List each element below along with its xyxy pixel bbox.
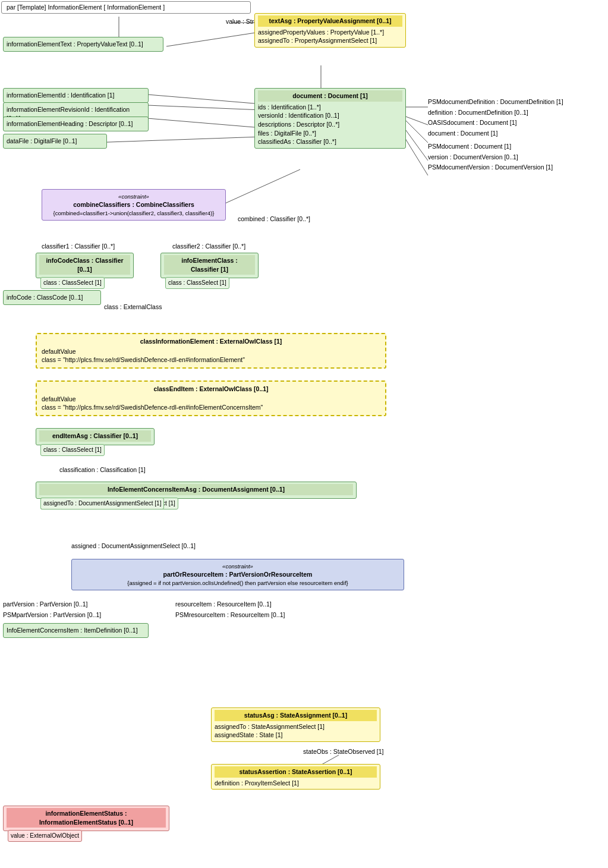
status-assertion-row1: definition : ProxyItemSelect [1] — [215, 779, 377, 788]
info-element-class-box: infoElementClass : Classifier [1] class … — [160, 253, 259, 278]
resource-item-label: resourceItem : ResourceItem [0..1] — [175, 600, 272, 608]
info-element-status-header: informationElementStatus : InformationEl… — [7, 808, 166, 828]
svg-line-7 — [404, 128, 428, 161]
par-label: par [Template] InformationElement [ Info… — [7, 4, 165, 11]
classifier1-label: classifier1 : Classifier [0..*] — [42, 243, 115, 250]
info-code-class-header: infoCodeClass : Classifier [0..1] — [39, 255, 130, 275]
svg-line-5 — [404, 116, 428, 125]
textasg-box: textAsg : PropertyValueAssignment [0..1]… — [254, 13, 406, 48]
combined-classifier-label: combined : Classifier [0..*] — [238, 215, 310, 222]
state-obs-label: stateObs : StateObserved [1] — [303, 748, 383, 755]
version-doc-label: version : DocumentVersion [0..1] — [428, 153, 518, 161]
svg-line-12 — [92, 137, 262, 143]
document-row5: classifiedAs : Classifier [0..*] — [258, 137, 402, 146]
svg-line-1 — [166, 33, 256, 46]
status-asg-row2: assignedState : State [1] — [215, 731, 377, 740]
part-or-resource-constraint: {assigned = if not partVersion.oclIsUnde… — [77, 579, 399, 587]
info-element-status-box: informationElementStatus : InformationEl… — [3, 806, 169, 831]
class-info-element-row1: defaultValue — [42, 347, 380, 356]
class-end-item-row2: class = "http://plcs.fmv.se/rd/SwedishDe… — [42, 403, 380, 412]
document-row1: ids : Identification [1..*] — [258, 103, 402, 112]
end-item-asg-box: endItemAsg : Classifier [0..1] class : C… — [36, 428, 155, 445]
svg-line-6 — [404, 119, 428, 143]
psm-document-label: PSMdocument : Document [1] — [428, 143, 511, 150]
psm-resource-item-label: PSMresourceItem : ResourceItem [0..1] — [175, 611, 285, 618]
info-element-heading-box: informationElementHeading : Descriptor [… — [3, 117, 149, 131]
assigned-label: assigned : DocumentAssignmentSelect [0..… — [71, 542, 196, 549]
classification-label: classification : Classification [1] — [59, 466, 146, 473]
textasg-header: textAsg : PropertyValueAssignment [0..1] — [258, 15, 402, 27]
combine-classifiers-box: «constraint» combineClassifiers : Combin… — [42, 189, 226, 221]
class-end-item-row1: defaultValue — [42, 395, 380, 404]
part-or-resource-item-box: «constraint» partOrResourceItem : PartVe… — [71, 559, 404, 590]
textasg-row1: assignedPropertyValues : PropertyValue [… — [258, 28, 402, 37]
status-asg-box: statusAsg : StateAssignment [0..1] assig… — [211, 707, 380, 742]
info-element-concerns-item-box: InfoElementConcernsItem : ItemDefinition… — [3, 623, 149, 638]
combine-classifiers-constraint: {combined=classifier1->union(classifier2… — [47, 209, 220, 217]
diagram-canvas: par [Template] InformationElement [ Info… — [0, 0, 608, 868]
document-doc-label: document : Document [1] — [428, 130, 497, 137]
oasis-document-label: OASISdocument : Document [1] — [428, 119, 516, 126]
info-code-class-box: infoCodeClass : Classifier [0..1] class … — [36, 253, 134, 278]
end-item-asg-header: endItemAsg : Classifier [0..1] — [39, 430, 151, 442]
info-element-class-header: infoElementClass : Classifier [1] — [164, 255, 255, 275]
part-or-resource-name: partOrResourceItem : PartVersionOrResour… — [77, 570, 399, 579]
class-information-element-box: classInformationElement : ExternalOwlCla… — [36, 333, 386, 369]
info-element-id-box: informationElementId : Identification [1… — [3, 88, 149, 103]
document-header: document : Document [1] — [258, 90, 402, 102]
document-row3: descriptions : Descriptor [0..*] — [258, 120, 402, 129]
class-end-item-box: classEndItem : ExternalOwlClass [0..1] d… — [36, 380, 386, 416]
info-element-text-box: informationElementText : PropertyValueTe… — [3, 37, 163, 52]
info-element-concerns-item-asg-box: InfoElementConcernsItemAsg : DocumentAss… — [36, 482, 357, 499]
class-info-element-row2: class = "http://plcs.fmv.se/rd/SwedishDe… — [42, 356, 380, 364]
document-box: document : Document [1] ids : Identifica… — [254, 88, 406, 149]
psm-part-version-label: PSMpartVersion : PartVersion [0..1] — [3, 611, 101, 618]
data-file-box: dataFile : DigitalFile [0..1] — [3, 134, 107, 149]
status-asg-header: statusAsg : StateAssignment [0..1] — [215, 710, 377, 721]
class-end-item-header: classEndItem : ExternalOwlClass [0..1] — [42, 385, 380, 394]
status-assertion-box: statusAssertion : StateAssertion [0..1] … — [211, 764, 380, 790]
part-or-resource-stereotype: «constraint» — [77, 562, 399, 570]
definition-doc-label: definition : DocumentDefinition [0..1] — [428, 109, 528, 116]
classifier2-label: classifier2 : Classifier [0..*] — [172, 243, 245, 250]
par-box: par [Template] InformationElement [ Info… — [1, 1, 251, 14]
textasg-row2: assignedTo : PropertyAssignmentSelect [1… — [258, 36, 402, 45]
part-version-label: partVersion : PartVersion [0..1] — [3, 600, 87, 608]
psm-document-version-label: PSMdocumentVersion : DocumentVersion [1] — [428, 163, 553, 171]
status-asg-row1: assignedTo : StateAssignmentSelect [1] — [215, 722, 377, 731]
svg-line-8 — [404, 137, 428, 175]
combine-classifiers-stereotype: «constraint» — [47, 193, 220, 200]
document-row2: versionId : Identification [0..1] — [258, 111, 402, 120]
class-info-element-header: classInformationElement : ExternalOwlCla… — [42, 337, 380, 346]
combine-classifiers-name: combineClassifiers : CombineClassifiers — [47, 200, 220, 209]
status-assertion-header: statusAssertion : StateAssertion [0..1] — [215, 766, 377, 778]
class-external-class-label: class : ExternalClass — [104, 303, 162, 310]
info-code-box: infoCode : ClassCode [0..1] — [3, 290, 101, 305]
psm-document-definition-label: PSMdocumentDefinition : DocumentDefiniti… — [428, 98, 563, 105]
info-element-concerns-item-asg-header: InfoElementConcernsItemAsg : DocumentAss… — [39, 484, 353, 495]
document-row4: files : DigitalFile [0..*] — [258, 129, 402, 138]
